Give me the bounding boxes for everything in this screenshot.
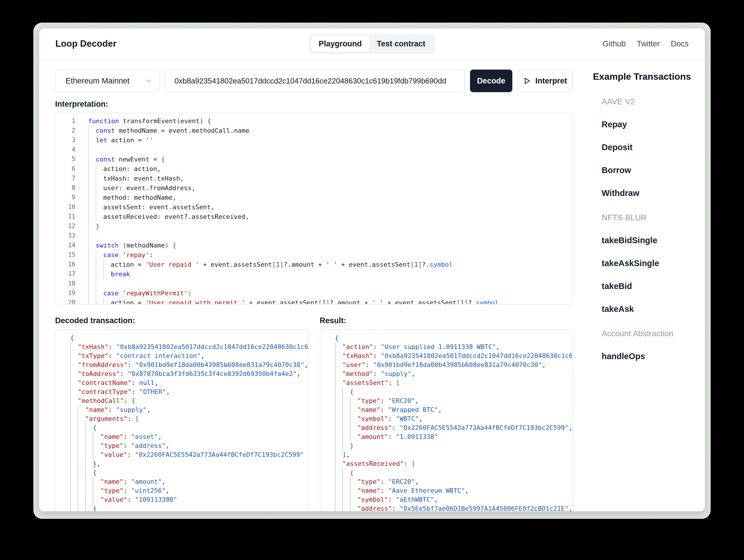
json-line: "toAddress": "0x87870bca3f3fd6335c3f4ce8… [70, 369, 308, 378]
json-line: "action": "User supplied 1.0911338 WBTC"… [335, 342, 572, 351]
json-line: "user": "0x901bd9ef18da00b43985b608ee831… [335, 360, 572, 369]
example-transaction-item[interactable]: takeAskSingle [602, 259, 705, 268]
code-line: 15case 'repay': [56, 250, 572, 260]
json-line: ], [335, 450, 572, 459]
json-line: "symbol": "WBTC", [335, 414, 572, 423]
example-transaction-item[interactable]: Repay [602, 120, 705, 129]
json-line: "assetsReceived": [ [335, 459, 572, 468]
code-line: 2const methodName = event.methodCall.nam… [56, 126, 572, 135]
result-column: Result: {"action": "User supplied 1.0911… [320, 316, 573, 511]
json-line: } [70, 504, 308, 511]
json-line: { [70, 468, 308, 477]
json-line: "txHash": "0xb8a923541802ea5017ddccd2c10… [335, 351, 572, 360]
json-line: "name": "amount", [70, 477, 308, 486]
main-column: Ethereum Mainnet Decode Interpret [55, 60, 573, 511]
code-line: 19case 'repayWithPermit': [56, 288, 572, 298]
code-line: 13 [56, 231, 572, 240]
code-line: 20action = 'User repaid with permit ' + … [56, 298, 572, 305]
decoded-column: Decoded transaction: {"txHash": "0xb8a92… [55, 316, 308, 511]
json-line: "value": "0x2260FAC5E5542a773Aa44fBCfeDf… [70, 450, 308, 459]
example-transaction-item[interactable]: handleOps [602, 351, 705, 361]
example-transaction-item[interactable]: Deposit [602, 143, 705, 152]
result-label: Result: [320, 316, 573, 325]
network-select[interactable]: Ethereum Mainnet [55, 70, 159, 92]
json-line: } [335, 441, 572, 450]
json-line: "contractType": "OTHER", [70, 387, 308, 396]
json-line: "name": "asset", [70, 432, 308, 441]
app-card: Loop Decoder PlaygroundTest contract Git… [39, 28, 705, 511]
examples-groups: AAVE V2RepayDepositBorrowWithdrawNFTS BL… [593, 97, 705, 361]
json-line: "type": "ERC20", [335, 396, 572, 405]
result-json-viewer: {"action": "User supplied 1.0911338 WBTC… [320, 329, 573, 511]
code-line: 3let action = '' [56, 135, 572, 145]
code-line: 17break [56, 269, 572, 279]
json-line: "txHash": "0xb8a923541802ea5017ddccd2c10… [70, 342, 308, 351]
app-title: Loop Decoder [55, 28, 117, 59]
code-line: 10assetsSent: event.assetsSent, [56, 202, 572, 212]
content: Ethereum Mainnet Decode Interpret [39, 60, 705, 511]
code-line: 7txHash: event.txHash, [56, 174, 572, 183]
example-transaction-item[interactable]: takeBidSingle [602, 236, 705, 245]
nav-link-twitter[interactable]: Twitter [637, 39, 660, 48]
play-icon [523, 77, 531, 85]
json-line: "methodCall": { [70, 396, 308, 405]
json-line: { [335, 468, 572, 477]
example-transaction-item[interactable]: Borrow [602, 165, 705, 175]
json-line: "assetsSent": [ [335, 378, 572, 387]
code-line: 4 [56, 145, 572, 154]
output-row: Decoded transaction: {"txHash": "0xb8a92… [55, 316, 573, 511]
decoded-label: Decoded transaction: [55, 316, 308, 325]
tab-playground[interactable]: Playground [311, 36, 369, 52]
interpret-button[interactable]: Interpret [518, 70, 573, 92]
json-line: { [335, 387, 572, 396]
examples-sidebar: Example Transactions AAVE V2RepayDeposit… [593, 60, 705, 361]
json-line: "type": "uint256", [70, 486, 308, 495]
code-line: 9method: methodName, [56, 193, 572, 202]
json-line: "fromAddress": "0x901bd9ef18da00b43985b6… [70, 360, 308, 369]
tx-hash-input[interactable] [165, 70, 465, 92]
app-frame: Loop Decoder PlaygroundTest contract Git… [33, 23, 711, 519]
interpretation-code-editor[interactable]: 1function transformEvent(event) {2const … [55, 113, 573, 305]
example-transaction-item[interactable]: Withdraw [602, 188, 705, 198]
code-line: 12} [56, 221, 572, 231]
json-line: "name": "supply", [70, 405, 308, 414]
mode-tabs: PlaygroundTest contract [309, 34, 435, 54]
interpretation-label: Interpretation: [55, 100, 573, 109]
toolbar: Ethereum Mainnet Decode Interpret [55, 70, 573, 92]
nav-link-docs[interactable]: Docs [671, 39, 689, 48]
example-transaction-item[interactable]: takeAsk [602, 304, 705, 314]
nav-link-github[interactable]: Github [602, 39, 626, 48]
examples-group-header: AAVE V2 [602, 97, 705, 106]
json-line: "address": "0x5Ee5bf7ae06D1Be5997A1A4500… [335, 504, 572, 511]
json-line: "name": "Aave Ethereum WBTC", [335, 486, 572, 495]
chevron-down-icon [145, 77, 152, 85]
example-transaction-item[interactable]: takeBid [602, 282, 705, 291]
json-line: "method": "supply", [335, 369, 572, 378]
tab-test-contract[interactable]: Test contract [369, 36, 433, 52]
json-line: }, [70, 459, 308, 468]
interpret-label: Interpret [535, 77, 567, 85]
json-line: "address": "0x2260FAC5E5542a773Aa44fBCfe… [335, 423, 572, 432]
code-line: 8user: event.fromAddress, [56, 183, 572, 193]
json-line: "txType": "contract interaction", [70, 351, 308, 360]
json-line: { [70, 333, 308, 342]
header-nav: GithubTwitterDocs [602, 28, 689, 59]
app-header: Loop Decoder PlaygroundTest contract Git… [39, 28, 705, 60]
json-line: "type": "address", [70, 441, 308, 450]
json-line: "type": "ERC20", [335, 477, 572, 486]
examples-title: Example Transactions [593, 71, 705, 82]
code-line: 14switch (methodName) { [56, 240, 572, 250]
code-line: 18 [56, 279, 572, 288]
json-line: "value": "109113380" [70, 495, 308, 504]
code-line: 11assetsReceived: event?.assetsReceived, [56, 212, 572, 221]
code-line: 16action = 'User repaid ' + event.assets… [56, 260, 572, 269]
json-line: { [335, 333, 572, 342]
decode-button[interactable]: Decode [470, 70, 512, 92]
code-line: 5const newEvent = { [56, 154, 572, 164]
json-line: { [70, 423, 308, 432]
examples-group-header: Account Abstraction [602, 329, 705, 338]
examples-group-header: NFTS BLUR [602, 213, 705, 222]
json-line: "contractName": null, [70, 378, 308, 387]
json-line: "name": "Wrapped BTC", [335, 405, 572, 414]
json-line: "symbol": "aEthWBTC", [335, 495, 572, 504]
